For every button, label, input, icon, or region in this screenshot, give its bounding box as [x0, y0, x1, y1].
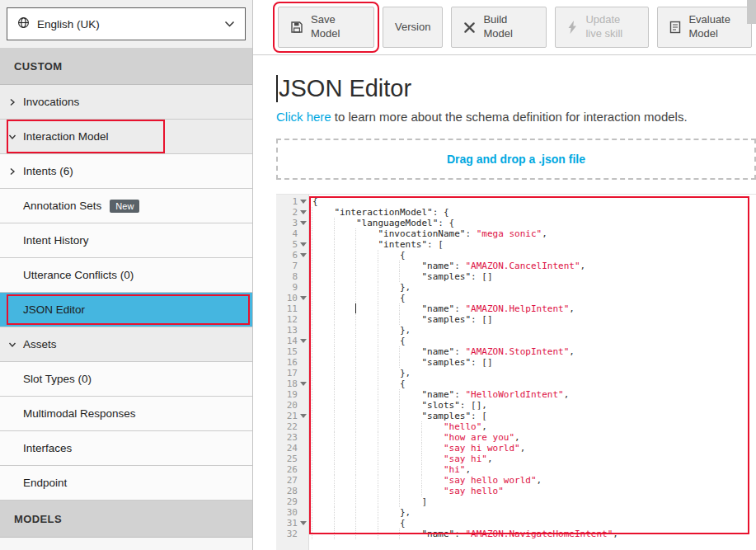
code-line[interactable]: "how are you",: [312, 432, 756, 443]
code-line[interactable]: "say hi world",: [312, 443, 756, 454]
line-number: 22: [287, 421, 298, 432]
code-line[interactable]: "hello",: [312, 421, 756, 432]
scrollbar-thumb[interactable]: [747, 0, 756, 24]
toolbar-button-label: Save Model: [311, 13, 362, 41]
code-line[interactable]: },: [312, 507, 756, 518]
save-model-button[interactable]: Save Model: [278, 7, 374, 48]
sidebar-item-annotation-sets[interactable]: Annotation SetsNew: [0, 189, 252, 223]
sidebar-item-label: JSON Editor: [23, 303, 85, 316]
editor-code[interactable]: { "interactionModel": { "languageModel":…: [309, 195, 756, 550]
line-number: 23: [287, 432, 298, 443]
code-line[interactable]: "samples": [: [312, 411, 756, 421]
sidebar-item-endpoint[interactable]: Endpoint: [0, 466, 252, 501]
fold-toggle[interactable]: [300, 221, 307, 225]
toolbar-button-label: Build Model: [483, 13, 534, 41]
json-code-editor[interactable]: 1234567891011121314151617181920212223242…: [276, 194, 756, 550]
code-line[interactable]: "samples": []: [312, 271, 756, 282]
code-line[interactable]: "samples": []: [312, 314, 756, 325]
main-panel: Save ModelVersionBuild ModelUpdate live …: [253, 0, 756, 550]
code-line[interactable]: ]: [312, 496, 756, 507]
code-line[interactable]: {: [312, 518, 756, 529]
editor-text-cursor: [355, 303, 356, 313]
code-line[interactable]: {: [312, 336, 756, 346]
fold-toggle[interactable]: [300, 296, 307, 300]
code-line[interactable]: "name": "AMAZON.NavigateHomeIntent",: [312, 529, 756, 539]
json-dropzone[interactable]: Drag and drop a .json file: [276, 139, 756, 180]
line-number: 1: [292, 196, 298, 207]
fold-toggle[interactable]: [300, 414, 307, 418]
sidebar-item-label: Utterance Conflicts (0): [23, 269, 134, 281]
fold-toggle[interactable]: [300, 521, 307, 525]
code-line[interactable]: "name": "AMAZON.StopIntent",: [312, 346, 756, 357]
language-selector-value: English (UK): [37, 18, 217, 31]
code-line[interactable]: "name": "AMAZON.HelpIntent",: [312, 303, 756, 314]
line-number: 24: [287, 443, 298, 454]
code-line[interactable]: },: [312, 282, 756, 293]
evaluate-model-button[interactable]: Evaluate Model: [657, 7, 752, 48]
line-number: 2: [292, 207, 298, 218]
fold-toggle[interactable]: [300, 382, 307, 386]
line-number: 21: [287, 411, 298, 421]
code-line[interactable]: "interactionModel": {: [312, 207, 756, 218]
line-number: 30: [287, 507, 298, 518]
sidebar-item-slot-types-0[interactable]: Slot Types (0): [0, 362, 252, 397]
line-number: 4: [292, 228, 298, 239]
custom-section-header: CUSTOM: [0, 48, 252, 85]
code-line[interactable]: {: [312, 196, 756, 207]
chevron-down-icon: [8, 341, 23, 349]
sidebar-item-utterance-conflicts-0[interactable]: Utterance Conflicts (0): [0, 258, 252, 293]
code-line[interactable]: "name": "AMAZON.CancelIntent",: [312, 261, 756, 271]
page-title: JSON Editor: [276, 75, 756, 102]
sidebar-item-interaction-model[interactable]: Interaction Model: [0, 120, 252, 154]
code-line[interactable]: },: [312, 368, 756, 378]
toolbar-button-label: Version: [395, 21, 430, 35]
dropzone-label: Drag and drop a .json file: [447, 153, 585, 166]
code-line[interactable]: "samples": []: [312, 357, 756, 368]
editor-gutter: 1234567891011121314151617181920212223242…: [276, 195, 309, 550]
alexa-developer-console: English (UK) CUSTOM InvocationsInteracti…: [0, 0, 756, 550]
code-line[interactable]: "say hi",: [312, 454, 756, 464]
code-line[interactable]: "invocationName": "mega sonic",: [312, 228, 756, 239]
globe-icon: [17, 16, 30, 32]
code-line[interactable]: "hi",: [312, 464, 756, 475]
code-line[interactable]: {: [312, 293, 756, 303]
code-line[interactable]: "say hello": [312, 486, 756, 496]
click-here-link[interactable]: Click here: [276, 110, 331, 124]
build-model-button[interactable]: Build Model: [451, 7, 547, 48]
line-number: 27: [287, 475, 298, 486]
line-number: 15: [287, 346, 298, 357]
sidebar-item-multimodal-responses[interactable]: Multimodal Responses: [0, 397, 252, 431]
code-line[interactable]: "name": "HelloWorldIntent",: [312, 389, 756, 400]
line-number: 7: [292, 261, 298, 271]
sidebar-item-assets[interactable]: Assets: [0, 327, 252, 362]
fold-toggle[interactable]: [300, 242, 307, 247]
fold-toggle[interactable]: [300, 210, 307, 214]
sidebar-item-intent-history[interactable]: Intent History: [0, 223, 252, 258]
version-button[interactable]: Version: [383, 7, 443, 48]
json-editor-page: JSON Editor Click here to learn more abo…: [253, 55, 756, 550]
fold-toggle[interactable]: [300, 200, 307, 204]
language-selector[interactable]: English (UK): [7, 7, 246, 40]
line-number: 11: [287, 303, 298, 314]
fold-toggle[interactable]: [300, 253, 307, 257]
code-line[interactable]: "slots": [],: [312, 400, 756, 411]
code-line[interactable]: "say hello world",: [312, 475, 756, 486]
sidebar-item-interfaces[interactable]: Interfaces: [0, 431, 252, 466]
sidebar-item-label: Intent History: [23, 234, 89, 247]
sidebar-item-json-editor[interactable]: JSON Editor: [0, 293, 252, 327]
code-line[interactable]: {: [312, 378, 756, 389]
fold-toggle[interactable]: [300, 339, 307, 343]
code-line[interactable]: {: [312, 250, 756, 261]
line-number: 17: [287, 368, 298, 378]
chevron-right-icon: [8, 167, 23, 176]
sidebar-item-invocations[interactable]: Invocations: [0, 85, 252, 120]
code-line[interactable]: "languageModel": {: [312, 218, 756, 228]
sidebar-filler: [0, 538, 252, 550]
language-selector-area: English (UK): [0, 0, 252, 48]
code-line[interactable]: "intents": [: [312, 239, 756, 250]
line-number: 13: [287, 325, 298, 336]
bolt-icon: [567, 21, 578, 34]
code-line[interactable]: },: [312, 325, 756, 336]
sidebar-item-intents-6[interactable]: Intents (6): [0, 154, 252, 189]
new-badge: New: [110, 200, 139, 213]
